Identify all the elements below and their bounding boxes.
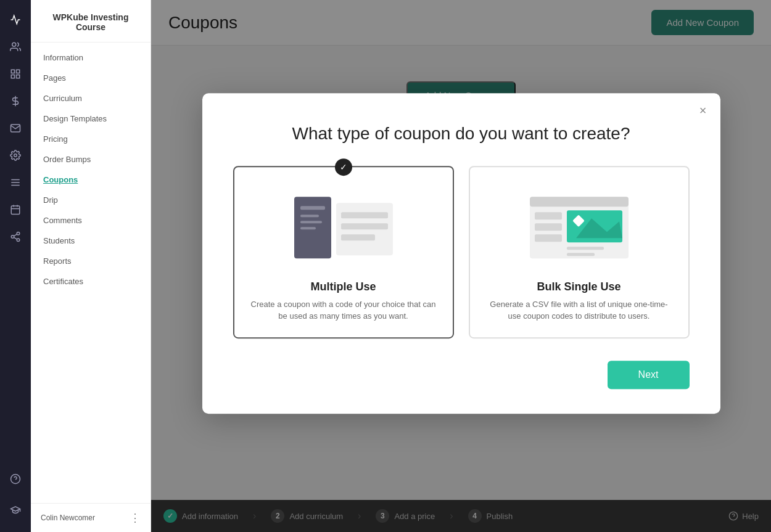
- svg-rect-38: [567, 247, 604, 250]
- modal-title: What type of coupon do you want to creat…: [233, 124, 690, 144]
- svg-line-17: [14, 237, 17, 239]
- course-title: WPKube Investing Course: [31, 0, 150, 43]
- svg-rect-31: [530, 197, 629, 207]
- users-icon[interactable]: [3, 35, 28, 59]
- sidebar-item-comments[interactable]: Comments: [31, 210, 150, 231]
- layout-icon[interactable]: [3, 62, 28, 86]
- bulk-single-use-illustration: [485, 184, 674, 271]
- bars-icon[interactable]: [3, 170, 28, 195]
- svg-rect-1: [11, 70, 14, 73]
- svg-rect-10: [11, 206, 20, 215]
- svg-point-6: [14, 154, 17, 157]
- chart-icon[interactable]: [3, 7, 28, 32]
- sidebar-nav-items: Information Pages Curriculum Design Temp…: [31, 43, 150, 503]
- sidebar-item-reports[interactable]: Reports: [31, 251, 150, 271]
- bulk-single-use-option[interactable]: Bulk Single Use Generate a CSV file with…: [469, 166, 690, 338]
- sidebar-item-coupons[interactable]: Coupons: [31, 170, 150, 190]
- multiple-use-illustration: [249, 184, 438, 271]
- svg-point-14: [17, 232, 20, 235]
- sidebar-nav: WPKube Investing Course Information Page…: [31, 0, 151, 532]
- graduation-icon[interactable]: [3, 497, 28, 522]
- svg-rect-4: [11, 75, 14, 78]
- sidebar-item-certificates[interactable]: Certificates: [31, 271, 150, 292]
- multiple-use-title: Multiple Use: [249, 280, 438, 293]
- svg-line-18: [14, 234, 17, 236]
- sidebar-icons-column: [0, 0, 31, 532]
- svg-point-0: [12, 43, 16, 46]
- svg-rect-24: [300, 221, 322, 223]
- svg-rect-37: [535, 234, 562, 242]
- svg-rect-25: [300, 227, 316, 229]
- sidebar-item-order-bumps[interactable]: Order Bumps: [31, 149, 150, 170]
- svg-rect-3: [17, 75, 20, 78]
- sidebar-item-curriculum[interactable]: Curriculum: [31, 88, 150, 108]
- dollar-icon[interactable]: [3, 89, 28, 113]
- multiple-use-option[interactable]: ✓: [233, 166, 454, 338]
- bulk-single-use-desc: Generate a CSV file with a list of uniqu…: [485, 298, 674, 322]
- svg-rect-27: [341, 212, 388, 218]
- sidebar-item-students[interactable]: Students: [31, 231, 150, 251]
- sidebar-item-drip[interactable]: Drip: [31, 190, 150, 210]
- svg-rect-2: [17, 70, 20, 73]
- selected-checkmark: ✓: [335, 158, 352, 176]
- share-icon[interactable]: [3, 224, 28, 249]
- svg-point-16: [17, 239, 20, 242]
- sidebar-item-design-templates[interactable]: Design Templates: [31, 108, 150, 129]
- svg-rect-22: [300, 206, 325, 210]
- help-circle-icon[interactable]: [3, 467, 28, 491]
- svg-point-15: [11, 235, 14, 239]
- main-content: Coupons Add New Coupon Add New Coupon × …: [151, 0, 771, 532]
- svg-rect-23: [300, 215, 319, 217]
- user-menu-icon[interactable]: ⋮: [130, 511, 141, 525]
- coupon-type-modal: × What type of coupon do you want to cre…: [202, 93, 720, 414]
- mail-icon[interactable]: [3, 116, 28, 141]
- svg-rect-39: [567, 253, 595, 256]
- calendar-icon[interactable]: [3, 197, 28, 222]
- svg-rect-28: [341, 223, 388, 229]
- sidebar-item-information[interactable]: Information: [31, 47, 150, 68]
- sidebar-item-pages[interactable]: Pages: [31, 68, 150, 88]
- sidebar-bottom: Colin Newcomer ⋮: [31, 503, 150, 532]
- sidebar-user: Colin Newcomer ⋮: [41, 511, 141, 525]
- modal-footer: Next: [233, 361, 690, 389]
- bulk-single-use-title: Bulk Single Use: [485, 280, 674, 293]
- svg-rect-29: [341, 234, 375, 240]
- svg-rect-35: [535, 212, 562, 219]
- sidebar-item-pricing[interactable]: Pricing: [31, 129, 150, 149]
- modal-options: ✓: [233, 166, 690, 338]
- svg-rect-36: [535, 223, 562, 231]
- multiple-use-desc: Create a coupon with a code of your choi…: [249, 298, 438, 322]
- settings-icon[interactable]: [3, 143, 28, 168]
- modal-close-button[interactable]: ×: [699, 104, 707, 117]
- user-name: Colin Newcomer: [41, 514, 95, 522]
- next-button[interactable]: Next: [608, 361, 690, 389]
